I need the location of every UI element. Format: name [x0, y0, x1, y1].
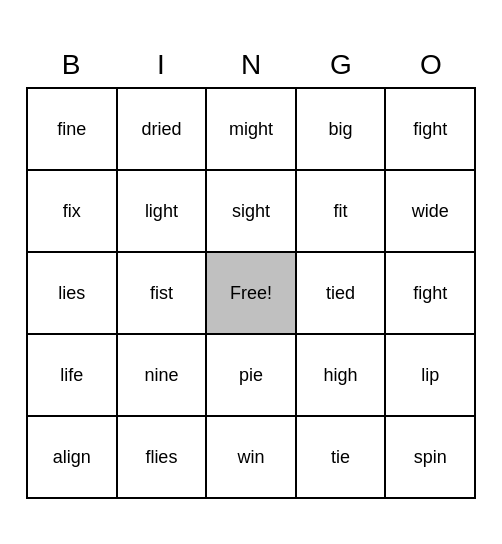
header-letter: O — [386, 45, 476, 85]
bingo-cell: wide — [386, 171, 474, 251]
bingo-grid: finedriedmightbigfightfixlightsightfitwi… — [26, 87, 476, 499]
bingo-row: alignflieswintiespin — [28, 417, 474, 497]
bingo-cell: big — [297, 89, 387, 169]
bingo-cell: lip — [386, 335, 474, 415]
free-space: Free! — [207, 253, 297, 333]
bingo-cell: fit — [297, 171, 387, 251]
bingo-cell: tie — [297, 417, 387, 497]
bingo-cell: lies — [28, 253, 118, 333]
bingo-cell: high — [297, 335, 387, 415]
bingo-row: finedriedmightbigfight — [28, 89, 474, 171]
bingo-cell: fist — [118, 253, 208, 333]
header-letter: I — [116, 45, 206, 85]
bingo-cell: fine — [28, 89, 118, 169]
header-letter: N — [206, 45, 296, 85]
bingo-cell: fight — [386, 89, 474, 169]
header-letter: B — [26, 45, 116, 85]
bingo-cell: might — [207, 89, 297, 169]
bingo-cell: dried — [118, 89, 208, 169]
bingo-row: fixlightsightfitwide — [28, 171, 474, 253]
bingo-cell: tied — [297, 253, 387, 333]
bingo-cell: win — [207, 417, 297, 497]
bingo-cell: light — [118, 171, 208, 251]
bingo-cell: pie — [207, 335, 297, 415]
bingo-cell: fight — [386, 253, 474, 333]
bingo-cell: sight — [207, 171, 297, 251]
bingo-cell: flies — [118, 417, 208, 497]
bingo-cell: life — [28, 335, 118, 415]
bingo-row: lifeninepiehighlip — [28, 335, 474, 417]
bingo-card: BINGO finedriedmightbigfightfixlightsigh… — [26, 45, 476, 499]
header-letter: G — [296, 45, 386, 85]
bingo-cell: nine — [118, 335, 208, 415]
bingo-cell: fix — [28, 171, 118, 251]
bingo-cell: align — [28, 417, 118, 497]
bingo-header: BINGO — [26, 45, 476, 85]
bingo-cell: spin — [386, 417, 474, 497]
bingo-row: liesfistFree!tiedfight — [28, 253, 474, 335]
